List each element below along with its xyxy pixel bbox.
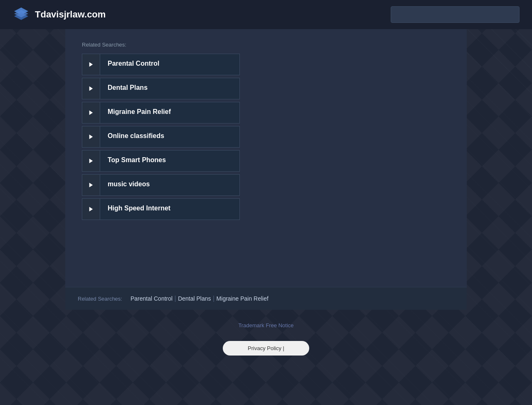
site-title: Tdavisjrlaw.com	[35, 9, 106, 20]
footer-link-2[interactable]: Migraine Pain Relief	[217, 295, 268, 302]
logo-icon	[12, 6, 30, 23]
item-label-parental-control: Parental Control	[100, 54, 239, 75]
svg-marker-7	[89, 158, 93, 163]
search-item-migraine-pain-relief[interactable]: Migraine Pain Relief	[82, 102, 240, 123]
footer-bar: Related Searches: Parental Control | Den…	[65, 287, 467, 310]
item-label-high-speed-internet: High Speed Internet	[100, 199, 239, 220]
svg-marker-4	[89, 86, 93, 91]
arrow-icon-parental-control	[82, 54, 100, 75]
footer-link-0[interactable]: Parental Control	[131, 295, 172, 302]
footer-related-label: Related Searches:	[78, 296, 122, 302]
arrow-icon-high-speed-internet	[82, 199, 100, 220]
trademark-notice: Trademark Free Notice	[238, 322, 293, 328]
main-content: Related Searches: Parental Control Denta…	[65, 29, 467, 287]
svg-marker-3	[89, 62, 93, 67]
arrow-icon-online-classifieds	[82, 126, 100, 147]
search-item-dental-plans[interactable]: Dental Plans	[82, 78, 240, 99]
search-item-top-smart-phones[interactable]: Top Smart Phones	[82, 150, 240, 172]
header: Tdavisjrlaw.com	[0, 0, 532, 29]
footer-link-1[interactable]: Dental Plans	[178, 295, 211, 302]
search-input[interactable]	[391, 6, 520, 23]
footer-separator: |	[172, 295, 178, 302]
arrow-icon-music-videos	[82, 175, 100, 195]
search-item-online-classifieds[interactable]: Online classifieds	[82, 126, 240, 148]
arrow-icon-top-smart-phones	[82, 151, 100, 171]
item-label-migraine-pain-relief: Migraine Pain Relief	[100, 102, 239, 123]
svg-marker-6	[89, 134, 93, 139]
bottom-section: Trademark Free Notice Privacy Policy |	[0, 310, 532, 364]
footer-links-container: Parental Control | Dental Plans | Migrai…	[131, 295, 268, 302]
svg-marker-9	[89, 207, 93, 211]
footer-separator: |	[211, 295, 217, 302]
item-label-dental-plans: Dental Plans	[100, 78, 239, 99]
logo-area: Tdavisjrlaw.com	[12, 6, 106, 23]
item-label-online-classifieds: Online classifieds	[100, 126, 239, 147]
svg-marker-5	[89, 110, 93, 115]
search-item-high-speed-internet[interactable]: High Speed Internet	[82, 198, 240, 220]
arrow-icon-dental-plans	[82, 78, 100, 99]
svg-marker-8	[89, 183, 93, 187]
search-items-list: Parental Control Dental Plans Migraine P…	[82, 54, 240, 220]
search-item-parental-control[interactable]: Parental Control	[82, 54, 240, 75]
item-label-top-smart-phones: Top Smart Phones	[100, 151, 239, 171]
privacy-policy-button[interactable]: Privacy Policy |	[223, 341, 309, 356]
related-searches-label: Related Searches:	[82, 42, 450, 48]
arrow-icon-migraine-pain-relief	[82, 102, 100, 123]
search-item-music-videos[interactable]: music videos	[82, 174, 240, 196]
item-label-music-videos: music videos	[100, 175, 239, 195]
